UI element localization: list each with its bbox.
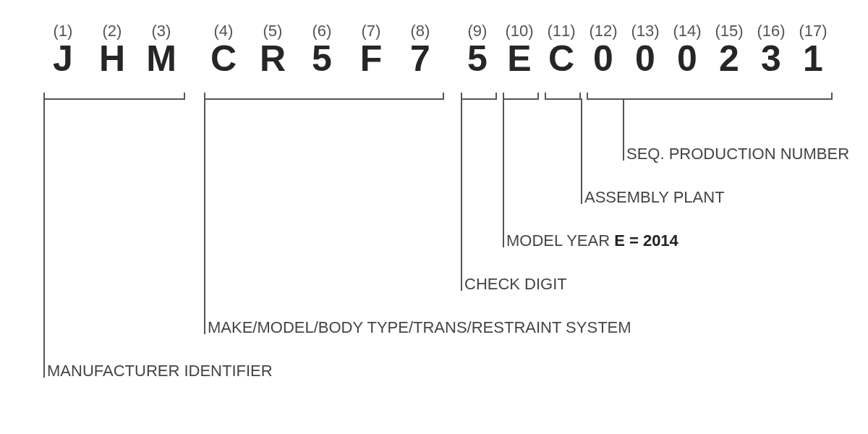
label-model-year-bold: E = 2014 — [614, 231, 678, 250]
vin-char: C — [543, 41, 579, 77]
vin-char: J — [40, 41, 86, 77]
vin-char: C — [200, 41, 247, 77]
label-make-model: MAKE/MODEL/BODY TYPE/TRANS/RESTRAINT SYS… — [208, 318, 631, 337]
vin-slot-1: (1) J — [40, 22, 86, 77]
vin-char: 0 — [627, 41, 663, 77]
vin-slot-15: (15) 2 — [711, 22, 747, 77]
vin-slot-16: (16) 3 — [753, 22, 789, 77]
dropline-manufacturer — [43, 98, 45, 378]
label-model-year-prefix: MODEL YEAR — [506, 231, 614, 250]
vin-slot-8: (8) 7 — [397, 22, 443, 77]
vin-slot-17: (17) 1 — [795, 22, 831, 77]
dropline-production-number — [623, 98, 624, 161]
vin-char: 0 — [585, 41, 621, 77]
bracket-assembly-plant — [545, 93, 581, 100]
vin-char: F — [348, 41, 394, 77]
vin-char: 1 — [795, 41, 831, 77]
vin-slot-7: (7) F — [348, 22, 394, 77]
vin-slot-13: (13) 0 — [627, 22, 663, 77]
label-check-digit: CHECK DIGIT — [464, 275, 567, 294]
dropline-assembly-plant — [581, 98, 582, 204]
label-manufacturer: MANUFACTURER IDENTIFIER — [47, 362, 273, 380]
vin-slot-10: (10) E — [501, 22, 537, 77]
vin-slot-6: (6) 5 — [299, 22, 345, 77]
vin-char: M — [138, 41, 184, 77]
label-production-number: SEQ. PRODUCTION NUMBER — [626, 145, 849, 163]
vin-char: H — [89, 41, 135, 77]
vin-char: 2 — [711, 41, 747, 77]
vin-slot-4: (4) C — [200, 22, 247, 77]
vin-char: R — [250, 41, 296, 77]
vin-slot-2: (2) H — [89, 22, 135, 77]
vin-slot-5: (5) R — [250, 22, 296, 77]
vin-slot-11: (11) C — [543, 22, 579, 77]
vin-slot-9: (9) 5 — [459, 22, 495, 77]
vin-slot-12: (12) 0 — [585, 22, 621, 77]
vin-char: 5 — [299, 41, 345, 77]
bracket-make-model — [204, 93, 444, 100]
vin-char: 7 — [397, 41, 443, 77]
vin-char: 0 — [669, 41, 705, 77]
vin-slot-14: (14) 0 — [669, 22, 705, 77]
bracket-check-digit — [461, 93, 497, 100]
bracket-model-year — [503, 93, 539, 100]
dropline-make-model — [204, 98, 205, 334]
vin-slot-3: (3) M — [138, 22, 184, 77]
dropline-check-digit — [461, 98, 462, 291]
dropline-model-year — [503, 98, 504, 247]
vin-diagram: (1) J (2) H (3) M (4) C (5) R (6) 5 (7) … — [0, 0, 868, 434]
vin-char: E — [501, 41, 537, 77]
label-model-year: MODEL YEAR E = 2014 — [506, 231, 678, 250]
vin-char: 3 — [753, 41, 789, 77]
vin-char: 5 — [459, 41, 495, 77]
label-assembly-plant: ASSEMBLY PLANT — [584, 188, 725, 207]
bracket-manufacturer — [43, 93, 185, 100]
